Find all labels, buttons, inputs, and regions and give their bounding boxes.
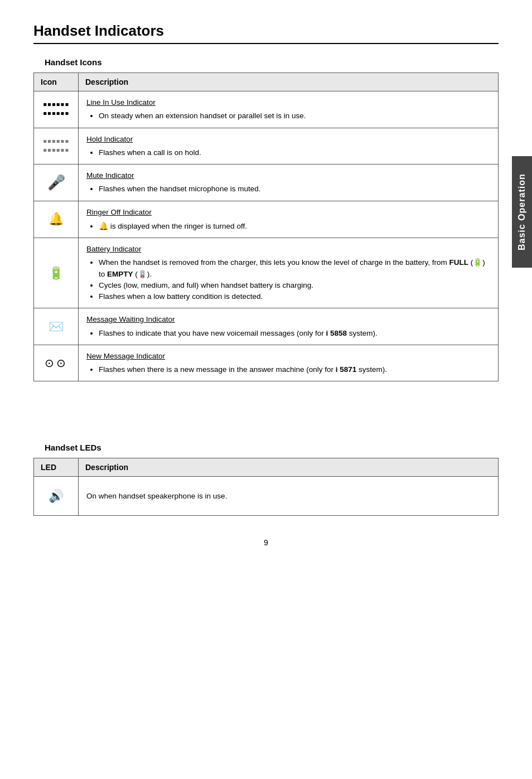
- battery-icon-cell: 🔋: [34, 238, 79, 308]
- list-item: 🔔 is displayed when the ringer is turned…: [99, 220, 490, 232]
- new-message-indicator-name: New Message Indicator: [86, 351, 490, 362]
- mute-indicator-name: Mute Indicator: [86, 170, 490, 181]
- hold-bullets: Flashes when a call is on hold.: [94, 147, 490, 158]
- hold-icon-cell: ▪▪▪▪▪▪ ▪▪▪▪▪▪: [34, 128, 79, 164]
- message-waiting-icon: ✉️: [49, 320, 64, 333]
- table-row: 🔔 Ringer Off Indicator 🔔 is displayed wh…: [34, 201, 499, 238]
- battery-full-label: FULL: [449, 258, 469, 267]
- list-item: Cycles (low, medium, and full) when hand…: [99, 280, 490, 291]
- handset-icons-section-title: Handset Icons: [45, 57, 499, 67]
- ringer-off-desc-cell: Ringer Off Indicator 🔔 is displayed when…: [79, 201, 499, 238]
- table-row: 🔋 Battery Indicator When the handset is …: [34, 238, 499, 308]
- battery-indicator-name: Battery Indicator: [86, 244, 490, 255]
- list-item: Flashes when there is a new message in t…: [99, 364, 490, 375]
- ringer-off-icon: 🔔: [49, 212, 64, 226]
- icons-col-icon: Icon: [34, 73, 79, 91]
- battery-full-icon: 🔋: [473, 258, 482, 267]
- mute-icon-cell: 🎤: [34, 164, 79, 201]
- ringer-off-indicator-name: Ringer Off Indicator: [86, 207, 490, 218]
- page-number: 9: [33, 538, 499, 547]
- title-divider: [33, 43, 499, 44]
- line-in-use-indicator-name: Line In Use Indicator: [86, 97, 490, 108]
- message-waiting-indicator-name: Message Waiting Indicator: [86, 314, 490, 325]
- hold-icon: ▪▪▪▪▪▪ ▪▪▪▪▪▪: [43, 137, 69, 154]
- list-item: Flashes to indicate that you have new vo…: [99, 328, 490, 339]
- battery-empty-icon: 🪫: [138, 270, 147, 278]
- speaker-led-desc-cell: On when handset speakerphone is in use.: [79, 477, 499, 516]
- table-row: 🎤 Mute Indicator Flashes when the handse…: [34, 164, 499, 201]
- page-container: Basic Operation Handset Indicators Hands…: [0, 0, 532, 569]
- handset-leds-table: LED Description 🔊 On when handset speake…: [33, 458, 499, 516]
- handset-icons-table: Icon Description ▪▪▪▪▪▪ ▪▪▪▪▪▪ Line In U…: [33, 72, 499, 381]
- leds-col-led: LED: [34, 458, 79, 477]
- handset-leds-section-title: Handset LEDs: [45, 443, 499, 452]
- page-title: Handset Indicators: [33, 22, 499, 40]
- line-in-use-icon: ▪▪▪▪▪▪ ▪▪▪▪▪▪: [43, 100, 69, 117]
- mute-desc-cell: Mute Indicator Flashes when the handset …: [79, 164, 499, 201]
- i5858-number-bold: 5858: [330, 329, 347, 337]
- speaker-led-icon: 🔊: [49, 489, 64, 503]
- line-in-use-icon-cell: ▪▪▪▪▪▪ ▪▪▪▪▪▪: [34, 91, 79, 128]
- ringer-off-icon-cell: 🔔: [34, 201, 79, 238]
- list-item: When the handset is removed from the cha…: [99, 257, 490, 280]
- new-message-icon: ⊙⊙: [45, 357, 68, 369]
- message-waiting-desc-cell: Message Waiting Indicator Flashes to ind…: [79, 308, 499, 345]
- battery-icon: 🔋: [49, 266, 64, 280]
- leds-col-desc: Description: [79, 458, 499, 477]
- line-in-use-desc-cell: Line In Use Indicator On steady when an …: [79, 91, 499, 128]
- mute-icon: 🎤: [47, 174, 65, 191]
- new-message-icon-cell: ⊙⊙: [34, 345, 79, 381]
- icons-col-desc: Description: [79, 73, 499, 91]
- battery-desc-cell: Battery Indicator When the handset is re…: [79, 238, 499, 308]
- new-message-bullets: Flashes when there is a new message in t…: [94, 364, 490, 375]
- i5871-bold: i 5871: [336, 365, 357, 374]
- list-item: Flashes when the handset microphone is m…: [99, 183, 490, 195]
- speaker-led-desc: On when handset speakerphone is in use.: [86, 492, 227, 500]
- speaker-led-icon-cell: 🔊: [34, 477, 79, 516]
- table-row: ▪▪▪▪▪▪ ▪▪▪▪▪▪ Hold Indicator Flashes whe…: [34, 128, 499, 164]
- ringer-off-bullets: 🔔 is displayed when the ringer is turned…: [94, 220, 490, 232]
- list-item: Flashes when a low battery condition is …: [99, 291, 490, 302]
- new-message-desc-cell: New Message Indicator Flashes when there…: [79, 345, 499, 381]
- table-row: ⊙⊙ New Message Indicator Flashes when th…: [34, 345, 499, 381]
- spacer: [33, 398, 499, 443]
- table-row: ✉️ Message Waiting Indicator Flashes to …: [34, 308, 499, 345]
- i5858-bold: i: [326, 329, 328, 337]
- message-waiting-icon-cell: ✉️: [34, 308, 79, 345]
- side-tab-label: Basic Operation: [517, 173, 527, 250]
- message-waiting-bullets: Flashes to indicate that you have new vo…: [94, 328, 490, 339]
- list-item: Flashes when a call is on hold.: [99, 147, 490, 158]
- list-item: On steady when an extension handset or p…: [99, 110, 490, 122]
- ringer-icon-inline: 🔔: [99, 221, 108, 230]
- line-in-use-bullets: On steady when an extension handset or p…: [94, 110, 490, 122]
- battery-empty-label: EMPTY: [107, 270, 133, 278]
- table-row: ▪▪▪▪▪▪ ▪▪▪▪▪▪ Line In Use Indicator On s…: [34, 91, 499, 128]
- hold-indicator-name: Hold Indicator: [86, 134, 490, 145]
- hold-desc-cell: Hold Indicator Flashes when a call is on…: [79, 128, 499, 164]
- mute-bullets: Flashes when the handset microphone is m…: [94, 183, 490, 195]
- battery-bullets: When the handset is removed from the cha…: [94, 257, 490, 302]
- table-row: 🔊 On when handset speakerphone is in use…: [34, 477, 499, 516]
- side-tab: Basic Operation: [512, 156, 532, 268]
